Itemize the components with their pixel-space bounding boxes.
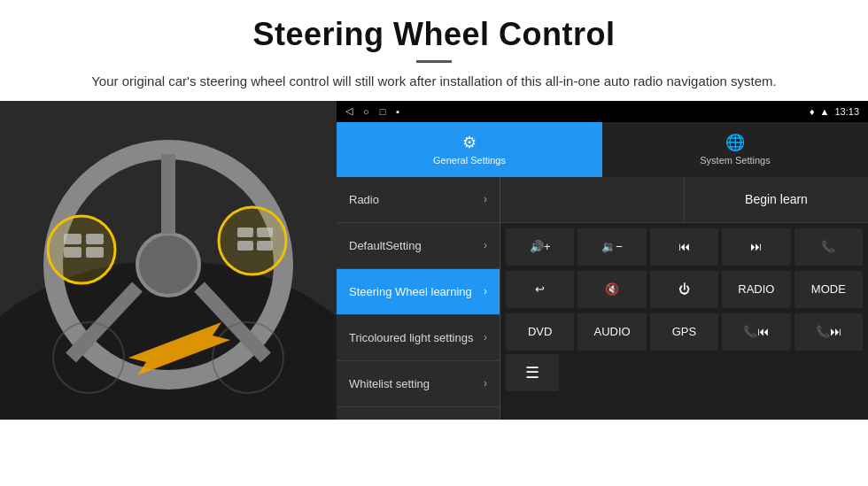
vol-down-icon: 🔉− xyxy=(601,240,623,253)
mute-button[interactable]: 🔇 xyxy=(577,271,646,308)
svg-point-3 xyxy=(137,234,199,296)
call-prev-button[interactable]: 📞⏮ xyxy=(722,313,790,351)
vol-up-icon: 🔊+ xyxy=(530,240,551,253)
menu-item-default-setting[interactable]: DefaultSetting › xyxy=(337,223,500,269)
main-content: ◁ ○ □ ▪ ♦ ▲ 13:13 ⚙ General Settings 🌐 S… xyxy=(0,101,868,420)
gps-label: GPS xyxy=(672,325,696,338)
nav-menu-icon[interactable]: ▪ xyxy=(396,106,399,117)
svg-rect-13 xyxy=(237,228,253,237)
mode-button[interactable]: MODE xyxy=(794,271,863,308)
list-icon: ☰ xyxy=(525,363,539,382)
time-display: 13:13 xyxy=(834,106,859,117)
tab-general-settings[interactable]: ⚙ General Settings xyxy=(337,122,602,177)
menu-item-steering-wheel[interactable]: Steering Wheel learning › xyxy=(337,269,500,315)
control-button-row-2: ↩ 🔇 ⏻ RADIO MODE xyxy=(500,271,868,313)
single-icon-row: ☰ xyxy=(500,354,868,391)
nav-back-icon[interactable]: ◁ xyxy=(345,105,353,117)
svg-rect-14 xyxy=(257,228,273,237)
power-button[interactable]: ⏻ xyxy=(650,271,718,308)
svg-rect-10 xyxy=(64,247,81,258)
control-button-row-1: 🔊+ 🔉− ⏮ ⏭ 📞 xyxy=(500,223,868,271)
android-ui: ◁ ○ □ ▪ ♦ ▲ 13:13 ⚙ General Settings 🌐 S… xyxy=(337,101,868,420)
call-prev-icon: 📞⏮ xyxy=(743,325,769,338)
chevron-right-icon: › xyxy=(484,239,487,251)
menu-item-tricoloured[interactable]: Tricoloured light settings › xyxy=(337,315,500,361)
svg-rect-15 xyxy=(237,241,253,251)
menu-item-steering-label: Steering Wheel learning xyxy=(349,285,472,298)
chevron-right-icon: › xyxy=(484,285,487,297)
steering-wheel-svg xyxy=(0,101,337,420)
nav-recent-icon[interactable]: □ xyxy=(380,106,386,117)
next-track-button[interactable]: ⏭ xyxy=(722,228,790,266)
call-button[interactable]: 📞 xyxy=(794,228,863,266)
list-button[interactable]: ☰ xyxy=(506,354,559,391)
menu-item-tricoloured-label: Tricoloured light settings xyxy=(349,331,473,344)
content-area: Radio › DefaultSetting › Steering Wheel … xyxy=(337,177,868,420)
svg-rect-11 xyxy=(86,234,104,244)
status-bar: ◁ ○ □ ▪ ♦ ▲ 13:13 xyxy=(337,101,868,122)
prev-track-button[interactable]: ⏮ xyxy=(650,228,718,266)
svg-rect-12 xyxy=(86,247,104,258)
vol-down-button[interactable]: 🔉− xyxy=(577,228,646,266)
page-description: Your original car's steering wheel contr… xyxy=(53,72,815,92)
car-background xyxy=(0,101,337,420)
audio-label: AUDIO xyxy=(594,325,631,338)
status-indicators: ♦ ▲ 13:13 xyxy=(810,106,859,117)
car-image-area xyxy=(0,101,337,420)
left-menu: Radio › DefaultSetting › Steering Wheel … xyxy=(337,177,500,420)
radio-button[interactable]: RADIO xyxy=(722,271,790,308)
call-next-icon: 📞⏭ xyxy=(816,325,841,338)
page-title: Steering Wheel Control xyxy=(53,16,815,53)
chevron-right-icon: › xyxy=(484,377,487,390)
prev-track-icon: ⏮ xyxy=(678,240,690,253)
title-divider xyxy=(416,60,452,63)
power-icon: ⏻ xyxy=(678,282,690,296)
system-settings-icon: 🌐 xyxy=(725,133,745,152)
mute-icon: 🔇 xyxy=(605,282,619,296)
menu-item-whitelist-label: Whitelist setting xyxy=(349,377,430,390)
hang-up-button[interactable]: ↩ xyxy=(506,271,574,308)
audio-button[interactable]: AUDIO xyxy=(577,313,646,351)
right-panel: Begin learn 🔊+ 🔉− ⏮ ⏭ xyxy=(500,177,868,420)
dvd-label: DVD xyxy=(528,325,552,338)
control-button-row-3: DVD AUDIO GPS 📞⏮ 📞⏭ xyxy=(500,313,868,354)
tab-system-settings[interactable]: 🌐 System Settings xyxy=(602,122,868,177)
empty-input-box xyxy=(500,177,685,222)
svg-point-8 xyxy=(219,207,286,274)
menu-item-whitelist[interactable]: Whitelist setting › xyxy=(337,361,500,407)
gps-button[interactable]: GPS xyxy=(650,313,718,351)
dvd-button[interactable]: DVD xyxy=(506,313,574,351)
begin-learn-row: Begin learn xyxy=(500,177,868,223)
vol-up-button[interactable]: 🔊+ xyxy=(506,228,574,266)
tab-general-label: General Settings xyxy=(433,155,506,166)
next-track-icon: ⏭ xyxy=(750,240,762,253)
hang-up-icon: ↩ xyxy=(535,282,545,296)
chevron-right-icon: › xyxy=(484,193,487,205)
nav-buttons: ◁ ○ □ ▪ xyxy=(345,105,399,117)
call-next-button[interactable]: 📞⏭ xyxy=(794,313,863,351)
menu-item-default-label: DefaultSetting xyxy=(349,239,422,252)
call-icon: 📞 xyxy=(821,240,835,253)
location-icon: ♦ xyxy=(810,106,815,117)
menu-item-radio-label: Radio xyxy=(349,193,379,206)
chevron-right-icon: › xyxy=(484,331,487,343)
radio-label: RADIO xyxy=(738,282,774,296)
wifi-icon: ▲ xyxy=(820,106,830,117)
begin-learn-button[interactable]: Begin learn xyxy=(685,177,868,222)
nav-home-icon[interactable]: ○ xyxy=(363,106,369,117)
tab-bar: ⚙ General Settings 🌐 System Settings xyxy=(337,122,868,177)
svg-rect-16 xyxy=(257,241,273,251)
tab-system-label: System Settings xyxy=(700,155,770,166)
menu-item-radio[interactable]: Radio › xyxy=(337,177,500,223)
svg-rect-9 xyxy=(64,234,81,244)
mode-label: MODE xyxy=(811,282,846,296)
page-header: Steering Wheel Control Your original car… xyxy=(0,0,868,101)
general-settings-icon: ⚙ xyxy=(462,133,477,152)
